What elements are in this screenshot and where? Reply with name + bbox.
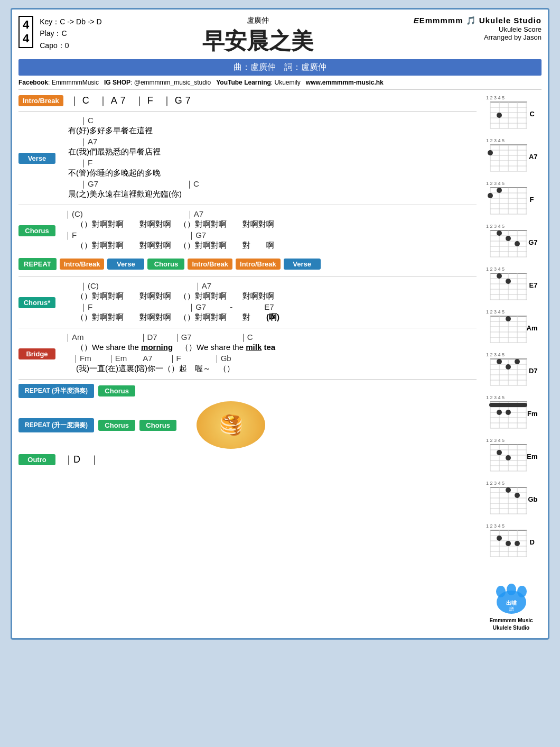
social-bar: Facebook: EmmmmmMusic IG SHOP: @emmmmm_m… (18, 79, 542, 90)
verse-lyric-3: 不(管)你睡的多晚起的多晚 (68, 168, 199, 178)
chord-diagram-D: 1 2 3 4 5 (481, 522, 542, 562)
chorus-lyric-2: （）對啊對啊 對啊對啊 （）對啊對啊 對 啊 (68, 241, 274, 251)
repeat-3-row: REPEAT (升一度演奏) Chorus Chorus 🥞 (18, 401, 477, 449)
chorus-line-2: ｜F ｜G7 (64, 230, 274, 241)
chord-diagram-Am: 1 2 3 4 5 Am (481, 308, 542, 348)
repeat-2-row: REPEAT (升半度演奏) Chorus (18, 384, 477, 398)
verse-row: Verse ｜C 有(好)多好多早餐在這裡 ｜A7 在(我)們最熟悉的早餐店裡 … (18, 116, 477, 200)
divider-2 (18, 205, 477, 205)
svg-point-157 (507, 584, 516, 595)
svg-text:1 2 3 4 5: 1 2 3 4 5 (486, 95, 505, 100)
svg-point-152 (497, 536, 502, 541)
bridge-line-1: ｜Am ｜D7 ｜G7 ｜C (64, 333, 275, 343)
chord-diagram-F: 1 2 3 4 5 (481, 180, 542, 219)
chord-Em-svg: 1 2 3 4 5 (485, 437, 527, 476)
chord-C-name: C (530, 110, 535, 118)
svg-text:譜: 譜 (509, 606, 514, 612)
arranger: Arranged by Jason (414, 33, 542, 41)
svg-point-158 (517, 586, 527, 597)
chorus-star-section: Chorus* ｜(C) ｜A7 （）對啊對啊 對啊對啊 （）對啊對啊 對啊對啊… (18, 281, 477, 324)
food-decoration: 🥞 (197, 401, 265, 449)
bridge-line-2: ｜Fm ｜Em A7 ｜F ｜Gb (64, 354, 275, 364)
bridge-label: Bridge (18, 348, 55, 359)
verse-line-4: ｜G7 ｜C (64, 179, 199, 189)
svg-text:出喵: 出喵 (506, 600, 517, 606)
chord-G7-svg: 1 2 3 4 5 (485, 223, 529, 262)
svg-text:1 2 3 4 5: 1 2 3 4 5 (486, 438, 505, 443)
chord-Gb-name: Gb (528, 495, 537, 503)
chord-Am-svg: 1 2 3 4 5 (485, 308, 527, 348)
repeat-intro-1: Intro/Break (60, 259, 105, 270)
svg-point-124 (497, 450, 502, 455)
chorus-lyric-1: （）對啊對啊 對啊對啊 （）對啊對啊 對啊對啊 (68, 219, 274, 229)
chord-diagram-E7: 1 2 3 4 5 (481, 265, 542, 305)
svg-point-96 (506, 364, 511, 370)
cs-lyric-2: （）對啊對啊 對啊對啊 （）對啊對啊 對 (啊) (68, 312, 279, 322)
svg-text:1 2 3 4 5: 1 2 3 4 5 (486, 309, 505, 315)
chord-G7-name: G7 (528, 238, 537, 246)
repeat-3-label: REPEAT (升一度演奏) (18, 418, 94, 432)
divider-1 (18, 111, 477, 112)
blue-banner: 曲：盧廣仲 詞：盧廣仲 (18, 59, 542, 76)
svg-point-154 (515, 541, 520, 546)
divider-3 (18, 276, 477, 277)
verse-line-3: ｜F (64, 158, 199, 168)
chord-Gb-svg: 1 2 3 4 5 (485, 479, 528, 519)
artist-name: 盧廣仲 (102, 16, 414, 25)
svg-text:1 2 3 4 5: 1 2 3 4 5 (486, 523, 505, 529)
svg-point-139 (515, 493, 520, 498)
repeat-verse-1: Verse (107, 259, 144, 270)
outro-row: Outro ｜D ｜ (18, 453, 477, 466)
divider-5 (18, 379, 477, 380)
cs-line-2: ｜F ｜G7 - E7 (64, 302, 279, 312)
svg-text:1 2 3 4 5: 1 2 3 4 5 (486, 138, 505, 143)
verse-lyric-1: 有(好)多好多早餐在這裡 (68, 126, 199, 136)
chord-Fm-svg: 1 2 3 4 5 (485, 394, 528, 434)
chord-E7-svg: 1 2 3 4 5 (485, 265, 529, 305)
paw-svg: 出喵 譜 (485, 569, 538, 617)
repeat-verse-2: Verse (284, 259, 321, 270)
svg-point-39 (488, 193, 493, 198)
chord-Em-name: Em (527, 453, 537, 460)
chord-E7-name: E7 (529, 281, 538, 289)
repeat-2-chorus: Chorus (98, 385, 135, 396)
svg-point-125 (506, 455, 511, 460)
svg-point-156 (496, 586, 506, 597)
svg-text:1 2 3 4 5: 1 2 3 4 5 (486, 181, 505, 186)
repeat-chorus-1: Chorus (147, 259, 184, 270)
repeat-1-row: REPEAT Intro/Break Verse Chorus Intro/Br… (18, 256, 477, 272)
chorus-row: Chorus ｜(C) ｜A7 （）對啊對啊 對啊對啊 （）對啊對啊 對啊對啊 … (18, 209, 477, 252)
svg-text:1 2 3 4 5: 1 2 3 4 5 (486, 224, 505, 229)
svg-point-53 (506, 236, 511, 241)
chord-D-svg: 1 2 3 4 5 (485, 522, 530, 562)
outro-chords: ｜D ｜ (64, 453, 99, 466)
svg-text:1 2 3 4 5: 1 2 3 4 5 (486, 266, 505, 272)
svg-point-111 (506, 410, 511, 415)
svg-rect-109 (489, 403, 527, 407)
chorus-line-1: ｜(C) ｜A7 (64, 209, 274, 219)
svg-text:1 2 3 4 5: 1 2 3 4 5 (486, 352, 505, 357)
cs-line-1: ｜(C) ｜A7 (64, 281, 279, 291)
svg-point-52 (497, 230, 502, 236)
paw-logo: 出喵 譜 Emmmmm MusicUkulele Studio (481, 569, 542, 632)
paw-studio-text: Emmmmm MusicUkulele Studio (481, 617, 542, 632)
bridge-content: ｜Am ｜D7 ｜G7 ｜C （）We share the morning （）… (60, 333, 275, 375)
key-info: Key：C -> Db -> D Play：C Capo：0 (40, 16, 101, 51)
title-center: 盧廣仲 早安晨之美 (102, 16, 414, 56)
intro-section: Intro/Break ｜C ｜A7 ｜F ｜G7 (18, 94, 477, 107)
chorus-star-content: ｜(C) ｜A7 （）對啊對啊 對啊對啊 （）對啊對啊 對啊對啊 ｜F ｜G7 … (60, 281, 279, 324)
repeat-intro-3: Intro/Break (236, 259, 281, 270)
chorus-content: ｜(C) ｜A7 （）對啊對啊 對啊對啊 （）對啊對啊 對啊對啊 ｜F ｜G7 … (60, 209, 274, 252)
intro-label: Intro/Break (18, 95, 63, 106)
svg-point-25 (488, 150, 493, 155)
verse-label: Verse (18, 153, 55, 164)
header-right: EEmmmmm 🎵 Ukulele Studio Ukulele Score A… (414, 16, 542, 41)
bridge-row: Bridge ｜Am ｜D7 ｜G7 ｜C （）We share the mor… (18, 333, 477, 375)
time-signature: 44 (18, 16, 33, 48)
outro-label: Outro (18, 454, 55, 465)
svg-point-38 (497, 188, 502, 193)
divider-4 (18, 328, 477, 328)
chord-diagram-D7: 1 2 3 4 5 (481, 351, 542, 391)
repeat-3-chorus-1: Chorus (98, 420, 135, 431)
cs-lyric-1: （）對啊對啊 對啊對啊 （）對啊對啊 對啊對啊 (68, 291, 279, 301)
